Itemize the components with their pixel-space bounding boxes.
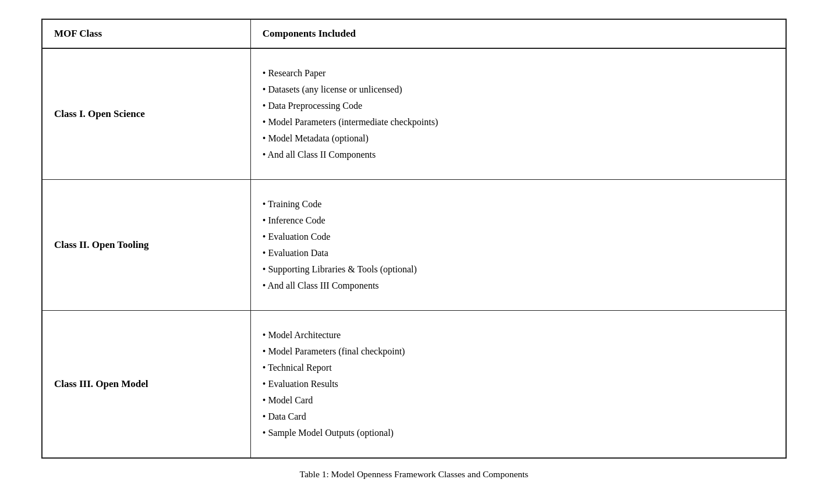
table-wrapper: MOF Class Components Included Class I. O… bbox=[41, 19, 787, 459]
class-name-0: Class I. Open Science bbox=[43, 48, 250, 180]
component-item: Evaluation Results bbox=[263, 376, 774, 392]
mof-table: MOF Class Components Included Class I. O… bbox=[43, 20, 785, 457]
component-item: And all Class II Components bbox=[263, 147, 774, 163]
component-item: Data Card bbox=[263, 409, 774, 425]
class-name-2: Class III. Open Model bbox=[43, 311, 250, 458]
page-container: MOF Class Components Included Class I. O… bbox=[30, 1, 798, 503]
component-item: Datasets (any license or unlicensed) bbox=[263, 81, 774, 98]
components-list-1: Training CodeInference CodeEvaluation Co… bbox=[263, 196, 774, 294]
table-row: Class II. Open ToolingTraining CodeInfer… bbox=[43, 180, 785, 311]
component-item: Research Paper bbox=[263, 65, 774, 81]
component-item: Data Preprocessing Code bbox=[263, 98, 774, 114]
table-header-row: MOF Class Components Included bbox=[43, 20, 785, 48]
component-item: Model Parameters (final checkpoint) bbox=[263, 343, 774, 360]
component-item: Sample Model Outputs (optional) bbox=[263, 425, 774, 441]
component-item: Evaluation Code bbox=[263, 229, 774, 245]
component-item: Model Card bbox=[263, 392, 774, 409]
component-item: Training Code bbox=[263, 196, 774, 212]
component-item: Technical Report bbox=[263, 360, 774, 376]
component-item: Model Architecture bbox=[263, 327, 774, 343]
class-name-1: Class II. Open Tooling bbox=[43, 180, 250, 311]
component-item: Model Metadata (optional) bbox=[263, 130, 774, 147]
header-mof-class: MOF Class bbox=[43, 20, 250, 48]
components-cell-1: Training CodeInference CodeEvaluation Co… bbox=[250, 180, 785, 311]
component-item: Model Parameters (intermediate checkpoin… bbox=[263, 114, 774, 130]
components-list-0: Research PaperDatasets (any license or u… bbox=[263, 65, 774, 163]
components-list-2: Model ArchitectureModel Parameters (fina… bbox=[263, 327, 774, 441]
table-row: Class III. Open ModelModel ArchitectureM… bbox=[43, 311, 785, 458]
component-item: Supporting Libraries & Tools (optional) bbox=[263, 261, 774, 278]
component-item: Evaluation Data bbox=[263, 245, 774, 261]
components-cell-0: Research PaperDatasets (any license or u… bbox=[250, 48, 785, 180]
table-row: Class I. Open ScienceResearch PaperDatas… bbox=[43, 48, 785, 180]
header-components-included: Components Included bbox=[250, 20, 785, 48]
table-caption: Table 1: Model Openness Framework Classe… bbox=[300, 469, 529, 480]
component-item: And all Class III Components bbox=[263, 278, 774, 294]
components-cell-2: Model ArchitectureModel Parameters (fina… bbox=[250, 311, 785, 458]
component-item: Inference Code bbox=[263, 212, 774, 229]
